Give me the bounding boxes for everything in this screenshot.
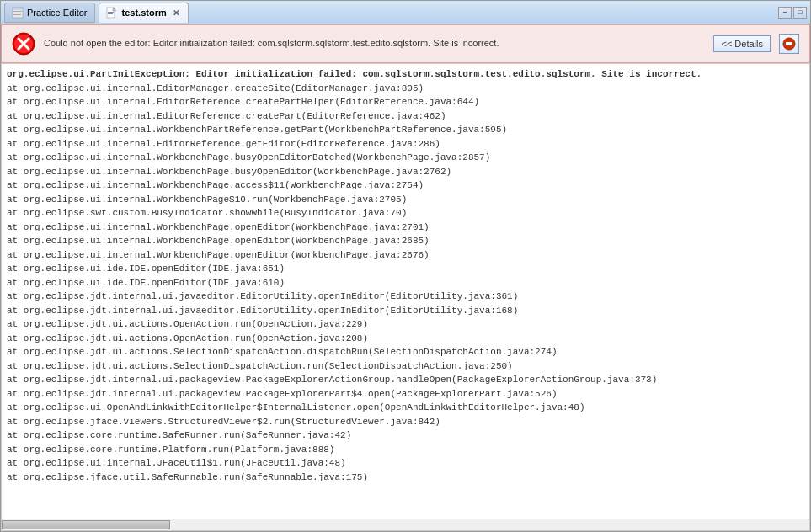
details-button[interactable]: << Details [713,35,771,52]
error-circle-icon [12,32,35,56]
svg-rect-1 [13,8,22,10]
stacktrace-line: at org.eclipse.jdt.internal.ui.packagevi… [7,373,804,387]
tab-practice-editor[interactable]: Practice Editor [4,3,95,23]
file-icon [106,7,118,19]
stop-button[interactable] [779,34,799,54]
stacktrace-line: at org.eclipse.ui.internal.WorkbenchPage… [7,221,804,235]
window-controls: − □ [778,7,807,19]
stacktrace-container: org.eclipse.ui.PartInitException: Editor… [1,63,810,531]
maximize-button[interactable]: □ [793,7,807,19]
stacktrace-line: at org.eclipse.ui.internal.EditorReferen… [7,137,804,152]
stacktrace-line: at org.eclipse.jdt.ui.actions.OpenAction… [7,317,804,332]
stacktrace-line: at org.eclipse.jdt.ui.actions.OpenAction… [7,332,804,346]
h-scrollbar-thumb[interactable] [2,520,170,529]
stacktrace-line: at org.eclipse.jface.viewers.StructuredV… [7,415,804,429]
horizontal-scrollbar[interactable] [2,519,809,530]
stacktrace-line: at org.eclipse.jdt.internal.ui.javaedito… [7,304,804,318]
svg-rect-7 [108,13,113,14]
svg-rect-6 [108,12,114,13]
tab-test-storm[interactable]: test.storm ✕ [99,3,189,23]
h-scrollbar-track [2,519,809,531]
error-message-text: Could not open the editor: Editor initia… [44,37,705,50]
editor-icon [12,7,24,19]
minimize-button[interactable]: − [778,7,792,19]
svg-rect-2 [13,11,22,12]
stacktrace-line: at org.eclipse.ui.internal.EditorManager… [7,82,804,96]
stacktrace-line: at org.eclipse.ui.internal.WorkbenchPage… [7,234,804,248]
stacktrace-line: at org.eclipse.core.runtime.SafeRunner.r… [7,428,804,443]
main-window: Practice Editor test.storm ✕ − □ [0,0,811,532]
stacktrace-line: at org.eclipse.ui.OpenAndLinkWithEditorH… [7,401,804,415]
stacktrace-line: at org.eclipse.ui.internal.WorkbenchPage… [7,151,804,165]
stacktrace-line: org.eclipse.ui.PartInitException: Editor… [7,67,804,82]
stacktrace-line: at org.eclipse.ui.ide.IDE.openEditor(IDE… [7,276,804,290]
stacktrace-scroll[interactable]: org.eclipse.ui.PartInitException: Editor… [2,64,809,519]
stacktrace-line: at org.eclipse.jdt.internal.ui.javaedito… [7,290,804,304]
stacktrace-line: at org.eclipse.swt.custom.BusyIndicator.… [7,206,804,221]
tab-close-button[interactable]: ✕ [171,8,181,18]
stacktrace-line: at org.eclipse.ui.internal.JFaceUtil$1.r… [7,456,804,471]
stacktrace-line: at org.eclipse.ui.internal.WorkbenchPage… [7,248,804,263]
stacktrace-line: at org.eclipse.ui.ide.IDE.openEditor(IDE… [7,262,804,276]
title-bar: Practice Editor test.storm ✕ − □ [1,1,810,24]
stacktrace-line: at org.eclipse.jdt.internal.ui.packagevi… [7,387,804,402]
stacktrace-line: at org.eclipse.jdt.ui.actions.SelectionD… [7,345,804,359]
stacktrace-line: at org.eclipse.jdt.ui.actions.SelectionD… [7,359,804,374]
stacktrace-line: at org.eclipse.ui.internal.EditorReferen… [7,109,804,124]
tab-practice-editor-label: Practice Editor [27,8,88,18]
svg-rect-4 [13,14,21,15]
stacktrace-line: at org.eclipse.core.runtime.Platform.run… [7,443,804,457]
stacktrace-line: at org.eclipse.ui.internal.WorkbenchPage… [7,193,804,207]
stacktrace-line: at org.eclipse.ui.internal.WorkbenchPart… [7,123,804,137]
tab-test-storm-label: test.storm [122,8,167,18]
error-banner: Could not open the editor: Editor initia… [1,24,810,63]
stacktrace-line: at org.eclipse.ui.internal.WorkbenchPage… [7,178,804,193]
stacktrace-line: at org.eclipse.ui.internal.EditorReferen… [7,95,804,109]
stacktrace-line: at org.eclipse.jface.util.SafeRunnable.r… [7,471,804,485]
svg-rect-3 [13,13,20,13]
svg-rect-13 [786,42,792,45]
stacktrace-line: at org.eclipse.ui.internal.WorkbenchPage… [7,165,804,179]
stop-icon [782,37,796,51]
